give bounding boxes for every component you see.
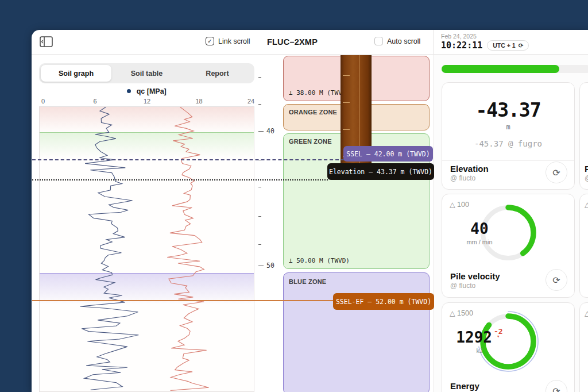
depth-ruler: 4050 — [256, 30, 283, 392]
qc-axis-tick: 12 — [144, 98, 150, 105]
collapse-sidebar-icon[interactable] — [39, 36, 54, 48]
zone-blue: BLUE ZONE — [283, 272, 430, 392]
card-elevation: -43.37 m -45.37 @ fugro Elevation @ fluc… — [442, 82, 575, 190]
link-scroll-label: Link scroll — [218, 37, 250, 45]
elevation-dotted-line — [32, 179, 328, 180]
legend-label: qc [MPa] — [137, 87, 167, 95]
depth-tick — [258, 266, 264, 266]
metrics-panel: -43.37 m -45.37 @ fugro Elevation @ fluc… — [434, 55, 588, 392]
depth-tick — [258, 77, 261, 78]
refresh-icon[interactable]: ⟳ — [546, 269, 567, 291]
qc-axis-tick: 18 — [195, 98, 202, 105]
main-window: ✓ Link scroll FLUC–2XMP Auto scroll Feb … — [32, 30, 588, 392]
zone-blue-label: BLUE ZONE — [289, 278, 326, 285]
partial-delta-icon: △ — [585, 200, 588, 209]
ssel-dashed-line — [32, 159, 345, 160]
date-label: Feb 24, 2025 — [441, 33, 588, 40]
card-energy: △ 1500 1292 -2 ▾ kJ Energy @ flucto ⟳ — [442, 302, 575, 392]
checkbox-unchecked-icon — [374, 37, 383, 45]
qc-axis-tick: 0 — [41, 98, 45, 105]
elevation-value: -43.37 — [442, 99, 574, 121]
zone-orange-label: ORANGE ZONE — [289, 109, 337, 116]
top-bar: ✓ Link scroll FLUC–2XMP Auto scroll — [32, 30, 434, 55]
qc-axis: 06121824 — [39, 98, 254, 106]
tab-soil-graph[interactable]: Soil graph — [41, 65, 111, 82]
zone-green-bottom-label: ⊥ 50.00 M (TWVD) — [289, 257, 350, 264]
link-scroll-checkbox[interactable]: ✓ Link scroll — [206, 37, 250, 45]
auto-scroll-label: Auto scroll — [387, 37, 420, 45]
partial-card-2: △ — [579, 194, 588, 298]
clock: 10:22:11 — [441, 40, 482, 51]
legend-dot-icon — [127, 89, 131, 93]
zone-green-label: GREEN ZONE — [289, 138, 332, 145]
timezone-refresh-icon: ⟳ — [519, 42, 524, 49]
card-velocity-title: Pile velocity — [450, 271, 500, 281]
card-energy-title: Energy — [450, 381, 479, 391]
qc-profile-plot — [39, 106, 254, 392]
qc-trace-blue — [80, 107, 139, 390]
partial-card-title: P — [585, 164, 588, 174]
qc-axis-tick: 6 — [93, 98, 96, 105]
progress-fill — [442, 65, 559, 73]
qc-axis-tick: 24 — [247, 98, 254, 105]
view-tabs: Soil graph Soil table Report — [39, 63, 254, 83]
ssel-badge: SSEL – 42.00 m (TWVD) — [343, 146, 433, 162]
depth-tick — [258, 244, 261, 245]
arrow-down-icon: ▾ — [497, 335, 500, 339]
qc-traces — [40, 107, 254, 391]
partial-card-1: P @ — [579, 82, 588, 190]
tab-soil-table[interactable]: Soil table — [111, 65, 182, 82]
energy-value: 1292 — [456, 329, 492, 346]
datetime-block: Feb 24, 2025 10:22:11 UTC + 1 ⟳ — [434, 30, 588, 55]
partial-delta-icon: △ — [585, 309, 588, 317]
checkbox-checked-icon: ✓ — [206, 37, 214, 45]
chart-legend: qc [MPa] — [39, 87, 254, 95]
depth-tick-label: 50 — [266, 262, 274, 270]
card-pile-velocity: △ 100 40 mm / min Pile velocity @ flucto… — [442, 194, 575, 298]
energy-unit: kJ — [477, 347, 483, 354]
card-elevation-title: Elevation — [450, 164, 489, 174]
timezone-pill[interactable]: UTC + 1 ⟳ — [487, 40, 529, 51]
timezone-label: UTC + 1 — [493, 42, 515, 49]
partial-card-3: △ — [579, 302, 588, 392]
depth-tick — [258, 216, 261, 217]
ssel-ef-badge: SSEL-EF – 52.00 m (TWVD) — [333, 293, 434, 310]
elevation-unit: m — [442, 123, 574, 131]
velocity-value: 40 — [470, 220, 488, 237]
depth-tick — [258, 131, 264, 132]
partial-card-source: @ — [585, 174, 588, 182]
elevation-secondary: -45.37 @ fugro — [442, 139, 574, 148]
qc-trace-red — [167, 107, 209, 390]
depth-tick-label: 40 — [266, 127, 274, 135]
tab-report[interactable]: Report — [182, 65, 253, 82]
card-elevation-source: @ flucto — [450, 174, 475, 182]
depth-tick — [258, 187, 261, 187]
refresh-icon[interactable]: ⟳ — [546, 162, 567, 183]
refresh-icon[interactable]: ⟳ — [546, 380, 567, 392]
energy-delta: -2 ▾ — [494, 329, 503, 339]
card-velocity-source: @ flucto — [450, 282, 475, 290]
progress-bar — [442, 65, 588, 73]
depth-tick — [258, 104, 261, 105]
auto-scroll-checkbox[interactable]: Auto scroll — [374, 37, 420, 45]
elevation-badge: Elevation – 43.37 m (TWVD) — [327, 163, 434, 180]
velocity-unit: mm / min — [466, 239, 492, 245]
ssel-ef-line — [32, 300, 334, 301]
